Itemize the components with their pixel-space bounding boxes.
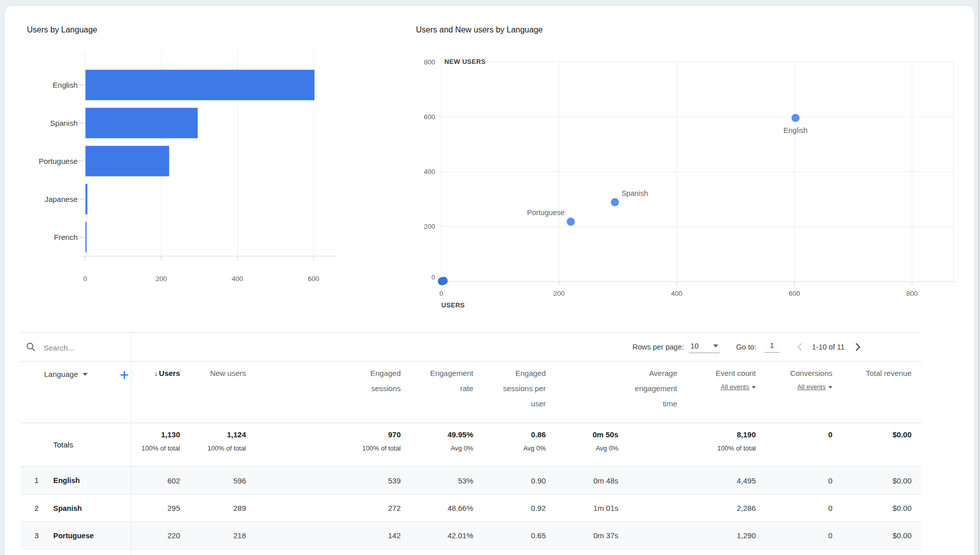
table-row-portuguese[interactable]: 3Portuguese22021814242.01%0.650m 37s1,29…	[20, 522, 922, 549]
column-header-users[interactable]: ↓Users	[139, 362, 180, 381]
totals-value: 970	[337, 430, 401, 440]
scatter-point-portuguese[interactable]	[567, 218, 575, 226]
dimension-label: Language	[44, 370, 78, 378]
cell-engagement-rate: 53%	[420, 467, 473, 494]
cell-engaged-sessions: 142	[353, 522, 401, 549]
bar-x-tick-label-600: 600	[308, 275, 320, 283]
totals-cell-total-revenue: $0.00	[835, 430, 912, 440]
go-to-input[interactable]: 1	[764, 341, 780, 353]
y-axis-title: NEW USERS	[444, 58, 485, 65]
table-header-row: Language + ↓UsersNew usersEngaged sessio…	[20, 362, 922, 423]
cell-conversions: 0	[777, 467, 832, 494]
bar-x-tick-label-0: 0	[83, 275, 87, 283]
column-header-label: Users	[159, 369, 180, 377]
column-divider	[131, 332, 131, 555]
bar-english[interactable]	[86, 70, 315, 100]
totals-cell-engaged-sessions: 970100% of total	[337, 430, 401, 453]
previous-page-button[interactable]	[794, 341, 806, 353]
all-events-link: All events	[721, 383, 749, 391]
cell-users: 220	[139, 522, 180, 549]
row-index: 2	[30, 495, 43, 522]
cell-engagement-rate: 48.66%	[420, 495, 473, 522]
bar-x-tick-label-400: 400	[232, 275, 243, 283]
go-to-label: Go to:	[736, 343, 756, 351]
totals-cell-engaged-sessions-per-user: 0.86Avg 0%	[480, 430, 546, 453]
cell-engaged-sessions: 539	[353, 467, 401, 494]
totals-cell-new-users: 1,124100% of total	[180, 430, 246, 453]
column-header-engaged-sessions-per-user[interactable]: Engaged sessions per user	[495, 362, 546, 411]
totals-subvalue: Avg 0%	[405, 444, 473, 453]
table-row-spanish[interactable]: 2Spanish29528927248.66%0.921m 01s2,2860$…	[20, 494, 922, 522]
bar-spanish[interactable]	[86, 108, 198, 138]
row-language-name: Spanish	[53, 495, 82, 522]
chevron-down-icon	[83, 373, 88, 376]
totals-value: 0.86	[480, 430, 546, 440]
scatter-y-tick-label-400: 400	[424, 168, 435, 176]
scrollbar[interactable]	[978, 0, 979, 555]
totals-cell-conversions: 0	[761, 430, 832, 440]
cell-total-revenue: $0.00	[851, 495, 912, 522]
totals-cell-average-engagement-time: 0m 50sAvg 0%	[552, 430, 618, 453]
totals-subvalue: 100% of total	[337, 444, 401, 453]
rows-per-page-select[interactable]: 10	[689, 341, 720, 353]
analytics-report-page: Users by Language Users and New users by…	[0, 0, 980, 555]
bar-category-label-portuguese: Portuguese	[39, 157, 78, 165]
column-header-label: Engagement rate	[430, 369, 473, 393]
bar-category-label-english: English	[53, 81, 78, 89]
cell-event-count: 2,286	[692, 495, 756, 522]
event-filter-event-count[interactable]: All events	[692, 383, 756, 391]
partial-next-row	[20, 549, 922, 555]
totals-value: 1,130	[124, 430, 180, 440]
scatter-point-origin[interactable]	[438, 277, 446, 285]
scatter-x-tick-label-800: 800	[906, 290, 918, 297]
cell-average-engagement-time: 0m 48s	[568, 467, 618, 494]
bar-portuguese[interactable]	[86, 146, 169, 177]
totals-value: 49.95%	[405, 430, 473, 440]
cell-new-users: 596	[195, 467, 246, 494]
totals-subvalue: Avg 0%	[552, 444, 618, 453]
column-header-engaged-sessions[interactable]: Engaged sessions	[353, 362, 401, 396]
cell-average-engagement-time: 1m 01s	[568, 495, 618, 522]
chevron-down-icon	[828, 386, 832, 389]
column-header-label: Engaged sessions per user	[503, 369, 546, 408]
totals-row: Totals 1,130100% of total1,124100% of to…	[20, 423, 922, 467]
totals-value: 0	[761, 430, 832, 440]
column-header-conversions[interactable]: ConversionsAll events	[777, 362, 832, 391]
row-language-name: Portuguese	[53, 522, 94, 549]
cell-event-count: 1,290	[692, 522, 756, 549]
row-index: 1	[30, 467, 43, 494]
search-icon	[25, 341, 37, 353]
dimension-selector-language[interactable]: Language	[44, 370, 88, 378]
column-header-label: New users	[210, 369, 246, 377]
column-header-total-revenue[interactable]: Total revenue	[851, 362, 912, 381]
charts-canvas: 0200400600EnglishSpanishPortugueseJapane…	[0, 0, 980, 330]
scatter-point-spanish[interactable]	[611, 198, 619, 206]
column-header-engagement-rate[interactable]: Engagement rate	[420, 362, 473, 396]
scatter-point-english[interactable]	[791, 114, 799, 122]
scatter-y-tick-label-0: 0	[431, 273, 435, 281]
bar-japanese[interactable]	[86, 184, 88, 215]
rows-per-page-label: Rows per page:	[633, 343, 684, 351]
cell-engaged-sessions-per-user: 0.90	[495, 467, 546, 494]
bar-french[interactable]	[86, 222, 87, 253]
cell-engaged-sessions-per-user: 0.65	[495, 522, 546, 549]
totals-value: $0.00	[835, 430, 912, 440]
column-header-average-engagement-time[interactable]: Average engagement time	[626, 362, 677, 411]
column-header-new-users[interactable]: New users	[195, 362, 246, 381]
bar-category-label-french: French	[54, 233, 78, 241]
cell-new-users: 289	[195, 495, 246, 522]
column-header-event-count[interactable]: Event countAll events	[692, 362, 756, 391]
cell-new-users: 218	[195, 522, 246, 549]
totals-subvalue: Avg 0%	[480, 444, 546, 453]
cell-conversions: 0	[777, 522, 832, 549]
next-page-button[interactable]	[852, 341, 864, 353]
table-body: 1English60259653953%0.900m 48s4,4950$0.0…	[20, 467, 922, 549]
event-filter-conversions[interactable]: All events	[777, 383, 832, 391]
table-row-english[interactable]: 1English60259653953%0.900m 48s4,4950$0.0…	[20, 467, 922, 494]
search-input[interactable]	[43, 340, 131, 355]
totals-subvalue: 100% of total	[124, 444, 180, 453]
totals-subvalue: 100% of total	[677, 444, 756, 453]
cell-conversions: 0	[777, 495, 832, 522]
pagination-controls: Rows per page: 10 Go to: 1 1-10 of 11	[633, 333, 864, 361]
chevron-right-icon	[856, 344, 859, 351]
